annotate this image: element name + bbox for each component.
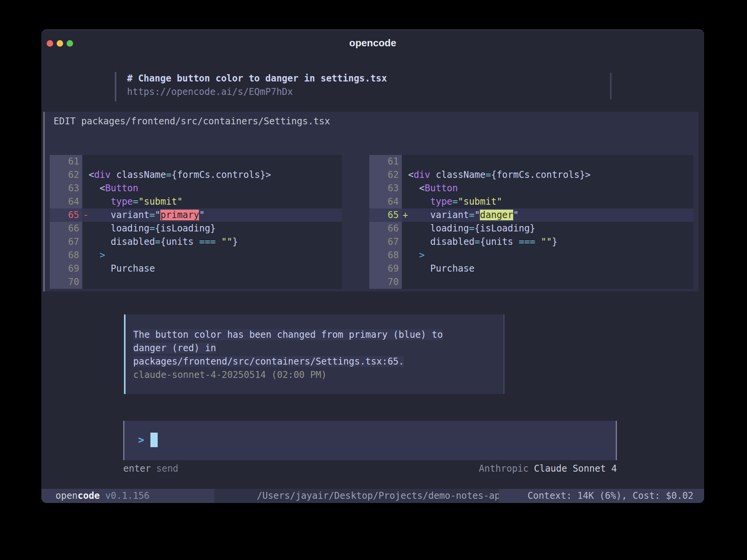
message-model-timestamp: claude-sonnet-4-20250514 (02:00 PM) <box>133 368 504 382</box>
line-number: 68 <box>50 249 82 262</box>
diff-pane-after: 6162 <div className={formCs.controls}>63… <box>369 155 693 289</box>
context-cost: Context: 14K (6%), Cost: $0.02 <box>499 489 704 503</box>
code-line: <div className={formCs.controls}> <box>82 168 342 182</box>
code-token: Button <box>425 183 458 194</box>
code-token: {formCs.controls}> <box>171 169 271 180</box>
chat-input[interactable]: > <box>123 421 617 460</box>
code-token: variant <box>111 210 149 220</box>
code-line: Purchase <box>402 262 693 275</box>
code-line <box>82 275 342 289</box>
quote-bar-left <box>115 72 116 101</box>
line-number: 69 <box>369 262 402 275</box>
code-line <box>82 155 342 168</box>
diff-row-before-69: 69 Purchase <box>50 262 342 275</box>
code-token: disabled <box>430 236 475 247</box>
code-token: div <box>94 169 111 180</box>
code-token: " <box>199 210 204 220</box>
diff-row-before-68: 68 > <box>50 249 342 262</box>
code-line: + variant="danger" <box>402 208 693 222</box>
app-version: v0.1.156 <box>100 490 150 501</box>
code-token: "submit" <box>139 196 183 207</box>
diff-row-after-66: 66 loading={isLoading} <box>369 222 693 235</box>
diff-row-after-70: 70 <box>369 275 693 289</box>
code-token: = <box>475 236 480 247</box>
code-line: disabled={units === ""} <box>82 235 342 249</box>
code-token: {units <box>480 236 519 247</box>
diff-row-before-70: 70 <box>50 275 342 289</box>
code-token: = <box>155 236 160 247</box>
code-token: "submit" <box>458 196 502 207</box>
code-token: danger <box>480 210 513 220</box>
diff-row-after-65: 65+ variant="danger" <box>369 208 693 222</box>
code-line: loading={isLoading} <box>82 222 342 235</box>
line-number: 63 <box>369 182 402 195</box>
line-number: 67 <box>50 235 82 249</box>
code-token: loading <box>430 223 469 234</box>
diff-row-after-62: 62 <div className={formCs.controls}> <box>369 168 693 182</box>
line-number: 61 <box>50 155 82 168</box>
line-number: 64 <box>369 195 402 208</box>
quote-bar-right <box>610 73 612 99</box>
code-token: {isLoading} <box>475 223 535 234</box>
code-token: " <box>475 210 480 220</box>
diff-row-after-63: 63 <Button <box>369 182 693 195</box>
code-token: = <box>486 169 491 180</box>
code-line: <Button <box>82 182 342 195</box>
code-token: primary <box>160 210 199 220</box>
assistant-message-line: packages/frontend/src/containers/Setting… <box>133 355 504 368</box>
enter-key-hint: enter <box>123 463 151 474</box>
code-token: = <box>469 223 474 234</box>
diff-row-before-61: 61 <box>50 155 342 168</box>
code-line: type="submit" <box>82 195 342 208</box>
code-token: + <box>403 210 408 220</box>
line-number: 69 <box>50 262 82 275</box>
code-token: = <box>133 196 138 207</box>
line-number: 61 <box>369 155 402 168</box>
code-token <box>88 210 111 220</box>
code-token: === <box>519 236 535 247</box>
code-token: " <box>155 210 160 220</box>
line-number: 65 <box>50 208 82 222</box>
code-token: = <box>452 196 458 207</box>
model-label: Claude Sonnet 4 <box>534 463 617 474</box>
code-token: className <box>430 169 486 180</box>
code-line: loading={isLoading} <box>402 222 693 235</box>
code-token: variant <box>430 210 469 220</box>
line-number: 63 <box>50 182 82 195</box>
code-token: type <box>430 196 452 207</box>
model-indicator: AnthropicClaude Sonnet 4 <box>479 462 617 475</box>
code-token: Purchase <box>83 263 155 274</box>
code-token: } <box>232 236 238 247</box>
code-token <box>403 223 430 234</box>
code-token: < <box>403 183 425 194</box>
code-token <box>403 196 430 207</box>
app-name-bold: code <box>78 490 100 501</box>
code-token: Button <box>105 183 139 194</box>
share-link[interactable]: https://opencode.ai/s/EQmP7hDx <box>127 85 293 99</box>
code-line: <div className={formCs.controls}> <box>402 168 693 182</box>
code-token <box>535 236 541 247</box>
code-token: {formCs.controls}> <box>491 169 590 180</box>
line-number: 70 <box>369 275 402 289</box>
text-cursor <box>150 433 158 447</box>
code-token <box>216 236 221 247</box>
input-line: > <box>138 432 158 448</box>
code-token: < <box>83 183 105 194</box>
code-token: className <box>111 169 166 180</box>
code-token: < <box>83 169 94 180</box>
line-number: 62 <box>369 168 402 182</box>
code-token: = <box>166 169 171 180</box>
edit-file-title: EDIT packages/frontend/src/containers/Se… <box>54 115 330 128</box>
code-line: type="submit" <box>402 195 693 208</box>
diff-row-after-67: 67 disabled={units === ""} <box>369 235 693 249</box>
code-token: = <box>469 210 474 220</box>
line-number: 62 <box>50 168 82 182</box>
line-number: 67 <box>369 235 402 249</box>
code-token: } <box>552 236 557 247</box>
code-token <box>408 210 430 220</box>
provider-label: Anthropic <box>479 463 528 474</box>
code-token: < <box>403 169 414 180</box>
input-hints: entersend AnthropicClaude Sonnet 4 <box>123 462 617 475</box>
code-token: Purchase <box>403 263 475 274</box>
code-token: disabled <box>111 236 155 247</box>
